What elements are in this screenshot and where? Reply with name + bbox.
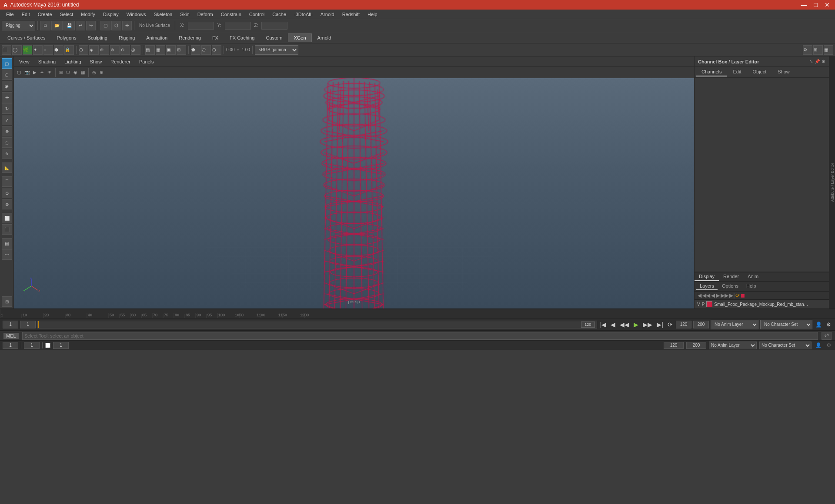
- total-frames-display[interactable]: [581, 322, 595, 328]
- render-layers-left[interactable]: ⬛: [2, 224, 12, 235]
- menu-control[interactable]: Control: [246, 11, 268, 18]
- panel-pin-button[interactable]: 📌: [815, 59, 820, 64]
- close-button[interactable]: ✕: [823, 1, 832, 8]
- menu-windows[interactable]: Windows: [123, 11, 150, 18]
- layer-item[interactable]: V P Small_Food_Package_Mockup_Red_mb_sta…: [695, 300, 829, 308]
- undo-button[interactable]: ↩: [76, 21, 85, 30]
- menu-redshift[interactable]: Redshift: [339, 11, 363, 18]
- redo-button[interactable]: ↪: [86, 21, 96, 30]
- layer-anim-btn3[interactable]: ◀: [711, 292, 715, 298]
- vp-menu-show[interactable]: Show: [87, 58, 106, 65]
- layer-anim-btn6[interactable]: ▶|: [729, 292, 735, 298]
- play-forward2-button[interactable]: ▶▶: [641, 321, 654, 328]
- play-forward-button[interactable]: ▶: [632, 321, 640, 328]
- open-scene-button[interactable]: 📂: [51, 21, 63, 30]
- sculpt-left[interactable]: ✎: [2, 149, 12, 159]
- vp-render-btn[interactable]: ▶: [32, 68, 38, 77]
- menu-constrain[interactable]: Constrain: [217, 11, 245, 18]
- char-icon-bottom[interactable]: 👤: [814, 342, 823, 348]
- panel-detach-button[interactable]: ⤡: [809, 59, 813, 64]
- vp-xray-btn[interactable]: ◎: [91, 68, 97, 77]
- tool-icon-2[interactable]: ◯: [12, 45, 22, 55]
- menu-skin[interactable]: Skin: [177, 11, 193, 18]
- layer-stop-btn[interactable]: ◼: [741, 292, 745, 298]
- tool-icon-5[interactable]: ↕: [43, 45, 53, 55]
- tab-show[interactable]: Show: [772, 68, 795, 76]
- playback-checkbox[interactable]: [45, 343, 50, 348]
- tool-icon-17[interactable]: ⊞: [177, 45, 186, 55]
- vp-wireframe-btn[interactable]: ⬡: [65, 68, 71, 77]
- scale-tool-left[interactable]: ⤢: [2, 115, 12, 125]
- vp-select-btn[interactable]: ▢: [16, 68, 22, 77]
- char-set-icon[interactable]: 👤: [814, 322, 823, 328]
- tab-custom[interactable]: Custom: [261, 33, 288, 42]
- menu-modify[interactable]: Modify: [77, 11, 98, 18]
- tab-arnold[interactable]: Arnold: [312, 33, 337, 42]
- menu-deform[interactable]: Deform: [194, 11, 217, 18]
- end-frame-bottom[interactable]: [664, 342, 684, 349]
- tab-curves-surfaces[interactable]: Curves / Surfaces: [2, 33, 51, 42]
- vp-menu-panels[interactable]: Panels: [136, 58, 157, 65]
- menu-arnold[interactable]: Arnold: [317, 11, 338, 18]
- minimize-button[interactable]: —: [799, 1, 809, 8]
- go-end-button[interactable]: ▶|: [655, 321, 665, 328]
- maximize-button[interactable]: □: [812, 1, 819, 8]
- tab-anim[interactable]: Anim: [743, 272, 763, 281]
- bottom-tool-left[interactable]: ⊞: [2, 296, 12, 307]
- anim-layer-left[interactable]: ▤: [2, 238, 12, 249]
- tab-animation[interactable]: Animation: [140, 33, 173, 42]
- rotate-tool-left[interactable]: ↻: [2, 103, 12, 114]
- lasso-tool-button[interactable]: ⬡: [111, 21, 121, 30]
- tab-sculpting[interactable]: Sculpting: [82, 33, 113, 42]
- vp-menu-renderer[interactable]: Renderer: [107, 58, 134, 65]
- tool-icon-14[interactable]: ▤: [145, 45, 155, 55]
- step-back-button[interactable]: ◀: [609, 321, 617, 328]
- menu-cache[interactable]: Cache: [269, 11, 290, 18]
- playback-val-input[interactable]: [53, 342, 69, 349]
- anim-layer-dropdown-bottom[interactable]: No Anim Layer: [709, 342, 757, 349]
- menu-skeleton[interactable]: Skeleton: [150, 11, 176, 18]
- tab-fx[interactable]: FX: [207, 33, 224, 42]
- mel-label[interactable]: MEL: [3, 333, 19, 339]
- tab-rigging[interactable]: Rigging: [113, 33, 140, 42]
- tool-icon-11[interactable]: ⊗: [110, 45, 120, 55]
- measure-left[interactable]: 📐: [2, 162, 12, 173]
- soft-select-left[interactable]: ◌: [2, 137, 12, 148]
- grid-icon[interactable]: ⊞: [813, 45, 823, 55]
- layout-icon[interactable]: ▦: [824, 45, 833, 55]
- vp-textured-btn[interactable]: ▦: [80, 68, 86, 77]
- tab-options[interactable]: Options: [718, 282, 742, 290]
- tab-render[interactable]: Render: [719, 272, 743, 281]
- tool-icon-3[interactable]: 🌿: [23, 45, 32, 55]
- tool-icon-12[interactable]: ⊙: [120, 45, 130, 55]
- tool-icon-9[interactable]: ◈: [89, 45, 99, 55]
- display-layers-left[interactable]: ⬜: [2, 213, 12, 223]
- current-frame-input[interactable]: [20, 321, 36, 328]
- tool-icon-7[interactable]: 🔒: [64, 45, 74, 55]
- menu-3dtoall[interactable]: -3DtoAll-: [291, 11, 316, 18]
- loop-button[interactable]: ⟳: [666, 321, 674, 328]
- mode-dropdown[interactable]: Rigging Animation Modeling Rendering FX: [2, 21, 35, 30]
- settings-icon-bottom[interactable]: ⚙: [825, 342, 832, 348]
- layer-anim-btn1[interactable]: |◀: [696, 292, 701, 298]
- snap-surface-left[interactable]: ⊙: [2, 188, 12, 198]
- start-frame-input[interactable]: [3, 321, 18, 328]
- command-input[interactable]: [22, 332, 818, 340]
- tab-display[interactable]: Display: [695, 272, 719, 281]
- menu-create[interactable]: Create: [34, 11, 56, 18]
- tool-icon-18[interactable]: ⬟: [191, 45, 200, 55]
- character-set-dropdown[interactable]: No Character Set: [760, 320, 812, 329]
- universal-tool-left[interactable]: ⊕: [2, 126, 12, 136]
- layer-anim-btn2[interactable]: ◀◀: [702, 292, 710, 298]
- tab-rendering[interactable]: Rendering: [173, 33, 207, 42]
- snap-point-left[interactable]: ⊗: [2, 199, 12, 209]
- tab-help[interactable]: Help: [743, 282, 760, 290]
- tab-edit[interactable]: Edit: [728, 68, 746, 76]
- character-set-dropdown-bottom[interactable]: No Character Set: [759, 342, 812, 349]
- select-tool-left[interactable]: ▢: [2, 58, 12, 69]
- tab-xgen[interactable]: XGen: [288, 33, 311, 42]
- move-tool-left[interactable]: ✛: [2, 92, 12, 103]
- go-start-button[interactable]: |◀: [599, 321, 608, 328]
- tool-icon-8[interactable]: ⬡: [79, 45, 88, 55]
- panel-settings-button[interactable]: ⚙: [822, 59, 825, 64]
